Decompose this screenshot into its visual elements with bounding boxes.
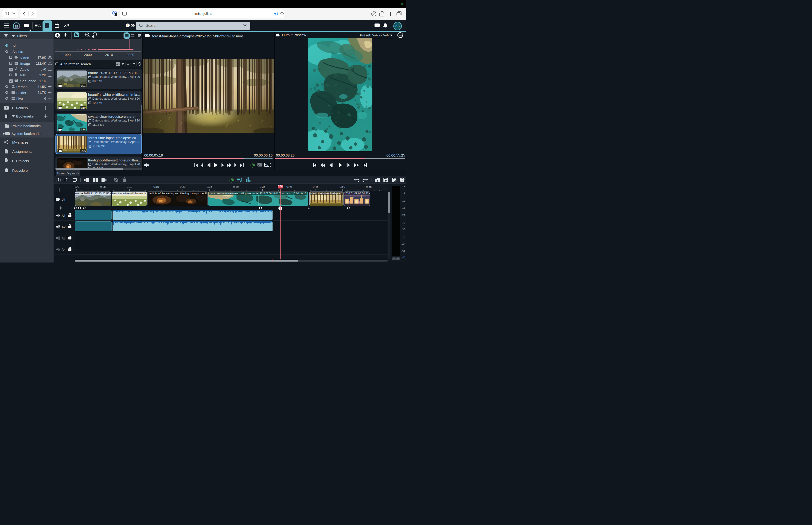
svg-text:0:10: 0:10 <box>127 185 133 189</box>
svg-text:0:05: 0:05 <box>100 185 106 189</box>
svg-text:0:15: 0:15 <box>153 185 159 189</box>
svg-text:0:30: 0:30 <box>233 185 239 189</box>
svg-text:0:40: 0:40 <box>287 185 292 189</box>
svg-text:0:20: 0:20 <box>180 185 186 189</box>
svg-text:0:45: 0:45 <box>313 185 319 189</box>
svg-text:0:35: 0:35 <box>260 185 265 189</box>
svg-text:0:00: 0:00 <box>75 185 79 189</box>
svg-text:0:25: 0:25 <box>206 185 212 189</box>
svg-text:0:50: 0:50 <box>339 185 345 189</box>
svg-text:0:55: 0:55 <box>366 185 372 189</box>
